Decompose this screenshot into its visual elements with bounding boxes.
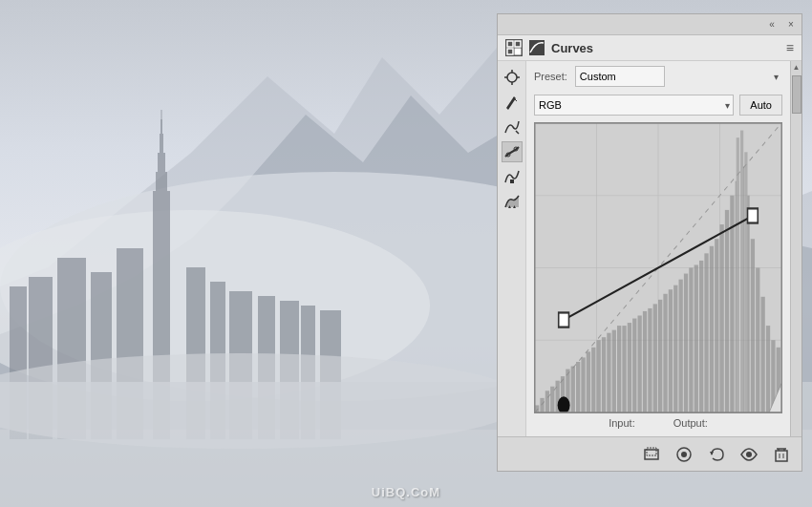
svg-rect-88 — [720, 224, 724, 412]
channel-row: RGBRedGreenBlue Auto — [526, 92, 790, 118]
svg-rect-76 — [658, 300, 662, 412]
close-button[interactable]: × — [784, 19, 798, 30]
svg-rect-31 — [515, 49, 521, 54]
svg-rect-53 — [540, 398, 544, 412]
svg-rect-62 — [587, 351, 590, 412]
preset-wrapper: CustomDefaultStrong ContrastLinear Contr… — [575, 66, 782, 87]
svg-rect-95 — [756, 268, 759, 413]
left-toolbar: ▲▲ — [498, 61, 526, 436]
svg-rect-97 — [766, 326, 770, 412]
svg-rect-104 — [559, 312, 569, 327]
svg-point-114 — [746, 452, 752, 457]
svg-rect-102 — [744, 152, 747, 412]
preset-select[interactable]: CustomDefaultStrong ContrastLinear Contr… — [575, 66, 665, 87]
preset-row: Preset: CustomDefaultStrong ContrastLine… — [526, 61, 790, 92]
svg-rect-68 — [617, 326, 621, 412]
svg-rect-86 — [710, 246, 714, 412]
delete-button[interactable] — [769, 442, 794, 467]
properties-panel: « × Curves ≡ — [497, 13, 802, 472]
channel-wrapper: RGBRedGreenBlue — [534, 95, 734, 116]
svg-rect-72 — [638, 315, 642, 412]
panel-titlebar: « × — [498, 14, 801, 35]
svg-rect-74 — [648, 308, 652, 412]
svg-rect-100 — [737, 137, 739, 412]
svg-rect-65 — [602, 337, 606, 412]
svg-rect-70 — [628, 323, 631, 412]
panel-title: Curves — [551, 41, 593, 55]
svg-rect-55 — [550, 387, 554, 412]
svg-rect-42 — [510, 180, 514, 183]
undo-button[interactable] — [704, 442, 729, 467]
scroll-up[interactable]: ▲ — [793, 61, 801, 74]
collapse-button[interactable]: « — [765, 19, 779, 30]
svg-rect-83 — [694, 264, 698, 412]
clip-to-layer-button[interactable] — [639, 442, 664, 467]
svg-rect-105 — [748, 208, 759, 222]
svg-rect-64 — [597, 340, 601, 412]
edit-points-tool[interactable] — [502, 92, 523, 113]
scroll-thumb[interactable] — [792, 75, 801, 114]
svg-rect-77 — [663, 294, 667, 412]
svg-rect-59 — [571, 367, 575, 412]
svg-rect-79 — [673, 285, 677, 412]
panel-header-left: Curves — [505, 39, 593, 56]
svg-rect-52 — [535, 405, 539, 412]
svg-rect-30 — [507, 49, 513, 54]
svg-rect-89 — [725, 210, 729, 412]
svg-rect-96 — [761, 297, 765, 412]
histogram-tool[interactable]: ▲▲ — [502, 191, 523, 212]
svg-rect-8 — [161, 110, 162, 124]
svg-rect-69 — [622, 326, 626, 412]
svg-rect-101 — [740, 131, 743, 412]
channel-overlays-tool[interactable] — [502, 166, 523, 187]
output-label: Output: — [673, 417, 708, 429]
svg-point-33 — [507, 73, 517, 82]
svg-rect-78 — [669, 289, 673, 412]
panel-icon — [505, 39, 523, 56]
scrollbar[interactable]: ▲ — [790, 61, 801, 436]
svg-rect-28 — [507, 41, 513, 47]
svg-marker-113 — [710, 452, 714, 455]
svg-rect-115 — [776, 451, 787, 461]
svg-rect-85 — [704, 253, 708, 412]
svg-rect-67 — [612, 330, 616, 412]
svg-rect-66 — [607, 333, 610, 412]
panel-menu-button[interactable]: ≡ — [786, 40, 794, 55]
svg-rect-61 — [581, 357, 585, 412]
svg-rect-84 — [699, 261, 703, 412]
svg-rect-94 — [751, 239, 755, 412]
channel-select[interactable]: RGBRedGreenBlue — [534, 95, 734, 116]
svg-rect-110 — [647, 448, 656, 455]
svg-point-112 — [681, 452, 687, 457]
svg-rect-23 — [75, 263, 78, 265]
input-output-row: Input: Output: — [534, 413, 782, 433]
curves-container: Input: Output: — [526, 118, 790, 436]
svg-rect-80 — [679, 280, 683, 412]
svg-rect-54 — [545, 391, 549, 412]
svg-rect-60 — [576, 362, 580, 412]
svg-rect-22 — [67, 263, 71, 265]
svg-rect-75 — [653, 304, 657, 412]
svg-line-39 — [516, 131, 519, 134]
auto-button[interactable]: Auto — [739, 95, 782, 116]
watermark: UiBQ.CoM — [372, 485, 440, 499]
svg-text:▲▲: ▲▲ — [507, 203, 517, 209]
svg-rect-87 — [715, 239, 718, 412]
panel-header: Curves ≡ — [498, 35, 801, 61]
curve-active-tool[interactable] — [502, 141, 523, 162]
svg-rect-73 — [643, 311, 647, 412]
svg-rect-24 — [59, 272, 63, 275]
curves-graph[interactable] — [534, 122, 782, 413]
svg-rect-6 — [160, 134, 163, 158]
panel-body: ▲▲ Preset: CustomDefaultStrong ContrastL… — [498, 61, 801, 436]
preset-label: Preset: — [534, 71, 567, 82]
draw-curve-tool[interactable] — [502, 116, 523, 137]
svg-rect-25 — [67, 272, 71, 275]
view-previous-button[interactable] — [672, 442, 696, 467]
curves-layer-icon — [528, 39, 545, 56]
svg-rect-63 — [591, 348, 595, 412]
svg-rect-81 — [684, 274, 688, 412]
eye-button[interactable] — [737, 442, 761, 467]
on-image-tool[interactable] — [502, 67, 523, 88]
svg-rect-29 — [515, 41, 521, 47]
